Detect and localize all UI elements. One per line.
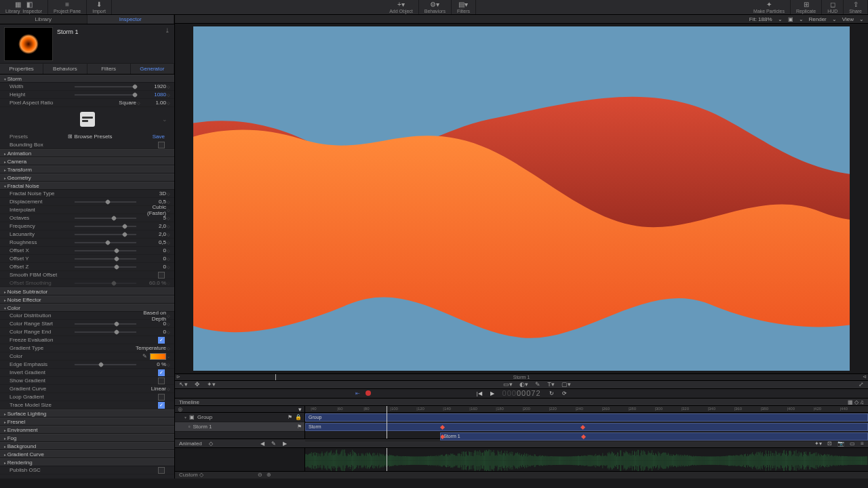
- zoom-in-icon[interactable]: ⊕: [267, 472, 271, 478]
- section-environment[interactable]: Environment: [0, 426, 174, 434]
- project-pane-button[interactable]: ≡ Project Pane: [48, 0, 87, 14]
- view-dropdown[interactable]: View: [842, 16, 854, 22]
- animated-dropdown[interactable]: Animated: [179, 441, 202, 447]
- kf-next-icon[interactable]: ▶: [283, 441, 287, 447]
- make-particles-button[interactable]: ✦ Make Particles: [748, 0, 791, 14]
- tab-generator[interactable]: Generator: [131, 64, 174, 74]
- section-camera[interactable]: Camera: [0, 157, 174, 165]
- mini-timeline[interactable]: ⊳ Storm 1 ⊲: [175, 373, 868, 380]
- param-color-swatch[interactable]: Color✎⌄: [0, 352, 174, 361]
- clip-group[interactable]: Group: [305, 413, 868, 422]
- visibility-icon[interactable]: ⚑: [297, 424, 302, 430]
- chevron-down-icon[interactable]: ◇: [199, 472, 203, 478]
- color-channel-icon[interactable]: ▣: [788, 16, 793, 22]
- rect-tool-icon[interactable]: ▭▾: [503, 381, 513, 388]
- section-surface-lighting[interactable]: Surface Lighting: [0, 409, 174, 418]
- checkbox[interactable]: [158, 467, 165, 474]
- chevron-down-icon[interactable]: ⌄: [166, 354, 170, 359]
- canvas-viewport[interactable]: [175, 24, 868, 373]
- shape-tool-icon[interactable]: ▢▾: [561, 381, 571, 388]
- param-fn-type[interactable]: Fractal Noise Type3D◇: [0, 190, 174, 198]
- timeline-ruler[interactable]: |40|60|80|100|120|140|160|180|200|220|24…: [305, 406, 868, 413]
- mask-tool-icon[interactable]: ◐▾: [519, 381, 528, 388]
- param-lacunarity[interactable]: Lacunarity2,0◇: [0, 230, 174, 239]
- param-color-range-end[interactable]: Color Range End0◇: [0, 328, 174, 336]
- transform-tool-icon[interactable]: ✥: [195, 381, 200, 388]
- pen-tool-icon[interactable]: ✎: [535, 381, 540, 388]
- play-button[interactable]: ▶: [490, 390, 494, 396]
- eyedropper-icon[interactable]: ✎: [142, 353, 147, 359]
- import-button[interactable]: ⬇ Import: [87, 0, 112, 14]
- param-octaves[interactable]: Octaves5◇: [0, 214, 174, 222]
- param-height[interactable]: Height1080◇: [0, 91, 174, 99]
- param-interpolant[interactable]: InterpolantCubic (Faster)◇: [0, 206, 174, 214]
- record-button[interactable]: [366, 390, 371, 396]
- lock-icon[interactable]: 🔒: [295, 414, 302, 420]
- keyframe-icon[interactable]: [581, 434, 586, 439]
- chevron-down-icon[interactable]: ⌄: [832, 16, 837, 22]
- prev-frame-button[interactable]: |◀: [476, 390, 481, 396]
- param-gradient-curve[interactable]: Gradient CurveLinear◇: [0, 385, 174, 393]
- checkbox[interactable]: [158, 378, 165, 384]
- custom-dropdown[interactable]: Custom: [179, 472, 198, 478]
- param-publish-osc[interactable]: Publish OSC: [0, 466, 174, 474]
- checkbox[interactable]: [158, 142, 165, 148]
- param-show-gradient[interactable]: Show Gradient: [0, 377, 174, 385]
- text-tool-icon[interactable]: T▾: [547, 381, 555, 388]
- playhead-audio[interactable]: [387, 448, 387, 471]
- param-invert-gradient[interactable]: Invert Gradient: [0, 369, 174, 377]
- keyframe-icon[interactable]: [580, 425, 585, 430]
- audio-view-icon[interactable]: ♫: [860, 399, 864, 405]
- param-smooth-fbm[interactable]: Smooth FBM Offset: [0, 271, 174, 279]
- lock-icon[interactable]: ⤓: [165, 27, 170, 34]
- color-swatch[interactable]: [150, 353, 166, 360]
- checkbox[interactable]: [158, 394, 165, 401]
- filters-button[interactable]: ▤▾ Filters: [452, 0, 476, 14]
- layer-group[interactable]: ▾▣Group⚑🔒: [175, 413, 304, 422]
- arrow-tool-icon[interactable]: ↖▾: [179, 381, 188, 388]
- timeline-view-icon[interactable]: ▦: [848, 399, 853, 405]
- chevron-down-icon[interactable]: ⌄: [859, 16, 864, 22]
- library-inspector-toggle[interactable]: ▦◧ Library Inspector: [0, 0, 48, 14]
- section-gradient-curve[interactable]: Gradient Curve: [0, 450, 174, 458]
- param-pixel-aspect[interactable]: Pixel Aspect RatioSquare◇1.00◇: [0, 99, 174, 107]
- expand-icon[interactable]: ⤢: [859, 381, 864, 388]
- param-offset-z[interactable]: Offset Z0◇: [0, 263, 174, 271]
- checkbox[interactable]: [158, 369, 165, 376]
- param-roughness[interactable]: Roughness0,5◇: [0, 239, 174, 247]
- chevron-down-icon[interactable]: ⌄: [799, 16, 804, 22]
- replicate-button[interactable]: ⊞ Replicate: [791, 0, 822, 14]
- zoom-out-icon[interactable]: ⊖: [258, 472, 262, 478]
- render-dropdown[interactable]: Render: [809, 16, 827, 22]
- param-color-distribution[interactable]: Color DistributionBased on Depth◇: [0, 312, 174, 320]
- in-point-icon[interactable]: ⊳: [176, 374, 180, 380]
- add-object-button[interactable]: +▾ Add Object: [384, 0, 419, 14]
- param-offset-y[interactable]: Offset Y0◇: [0, 255, 174, 263]
- behaviors-button[interactable]: ⚙▾ Behaviors: [419, 0, 452, 14]
- param-color-range-start[interactable]: Color Range Start0◇: [0, 320, 174, 328]
- keyframe-view-icon[interactable]: ◇: [854, 399, 859, 405]
- param-freeze-evaluation[interactable]: Freeze Evaluation: [0, 336, 174, 344]
- chevron-down-icon[interactable]: ⌄: [778, 16, 783, 22]
- chevron-down-icon[interactable]: ▾: [298, 406, 302, 413]
- param-edge-emphasis[interactable]: Edge Emphasis0 %◇: [0, 361, 174, 369]
- audio-track[interactable]: [305, 448, 868, 471]
- out-point-icon[interactable]: ⊲: [863, 374, 867, 380]
- playhead-mini[interactable]: [275, 374, 276, 380]
- tab-behaviors[interactable]: Behaviors: [43, 64, 87, 74]
- tab-library[interactable]: Library: [0, 15, 87, 24]
- playhead[interactable]: [387, 406, 387, 439]
- save-preset-button[interactable]: Save: [153, 134, 165, 140]
- canvas[interactable]: [193, 26, 850, 371]
- layer-storm[interactable]: ▫Storm 1⚑: [175, 422, 304, 432]
- section-storm[interactable]: Storm: [0, 75, 174, 83]
- param-trace-model-size[interactable]: Trace Model Size: [0, 401, 174, 409]
- timecode-display[interactable]: 00000072: [502, 389, 541, 398]
- param-loop-gradient[interactable]: Loop Gradient: [0, 393, 174, 401]
- section-fractal-noise[interactable]: Fractal Noise: [0, 182, 174, 190]
- param-frequency[interactable]: Frequency2,0◇: [0, 222, 174, 230]
- fit-dropdown[interactable]: Fit: 188%: [749, 16, 772, 22]
- section-background[interactable]: Background: [0, 442, 174, 450]
- section-noise-subtractor[interactable]: Noise Subtractor: [0, 287, 174, 296]
- section-fog[interactable]: Fog: [0, 434, 174, 442]
